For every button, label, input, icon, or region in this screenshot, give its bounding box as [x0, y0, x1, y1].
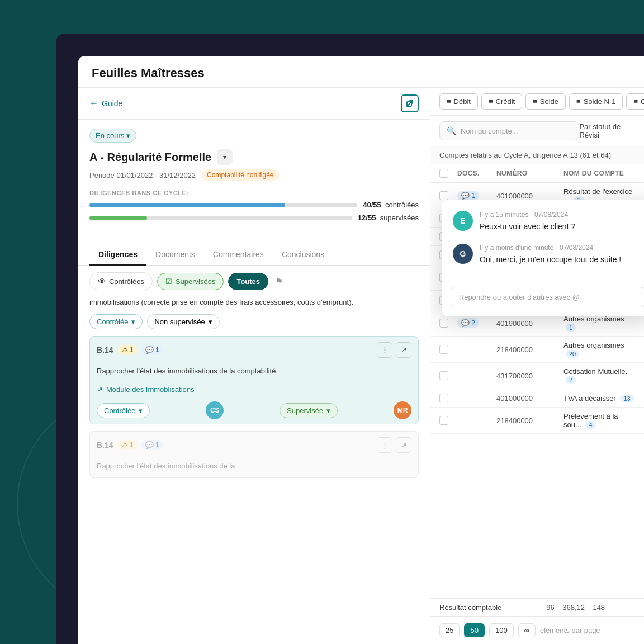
row-nom: Cotisation Mutuelle. 2: [564, 367, 635, 384]
supervised-progress-bar: [89, 216, 352, 220]
row-numero: 431700000: [496, 372, 564, 380]
avatar-group-2: MR: [394, 401, 411, 419]
module-link-1[interactable]: ↗ Module des Immoblisations: [90, 382, 418, 397]
external-link-icon: [406, 100, 414, 107]
tab-commentaires[interactable]: Commentaires: [204, 244, 273, 266]
tab-documents[interactable]: Documents: [146, 244, 204, 266]
row-checkbox[interactable]: [439, 416, 448, 425]
filter-chip-c[interactable]: ≡ C: [626, 93, 644, 110]
chat-input-placeholder: Répondre ou ajouter d'autres avec @: [459, 293, 580, 301]
guide-label: Guide: [102, 99, 122, 108]
chat-content-2: Il y a moins d'une minute - 07/08/2024 O…: [480, 244, 643, 266]
left-panel: ← Guide En cours ▾: [78, 88, 430, 644]
guide-link[interactable]: ← Guide: [89, 98, 122, 108]
par-statut-label: Par statut de Révisi: [579, 122, 635, 139]
search-input-wrap: 🔍: [439, 121, 579, 140]
filter-chip-solde-n1[interactable]: ≡ Solde N-1: [569, 93, 623, 110]
chat-messages: E Il y a 15 minutes - 07/08/2024 Peux-tu…: [442, 200, 644, 282]
resultat-vals: 96 368,12 148: [546, 603, 605, 612]
resultat-label: Résultat comptable: [439, 603, 501, 612]
cycle-title: A - Régularité Formelle: [89, 151, 211, 164]
comment-badge-2: 💬 1: [141, 440, 163, 450]
cycle-dropdown-button[interactable]: ▾: [217, 149, 233, 165]
row-numero: 401000000: [496, 192, 564, 200]
left-content-area: En cours ▾ A - Régularité Formelle ▾ Pér…: [78, 120, 430, 235]
card-id-2: B.14 ⚠ 1 💬 1: [97, 440, 163, 450]
right-panel: ≡ Débit ≡ Crédit ≡ Solde ≡ Solde N-1: [430, 88, 644, 644]
filter-icon: ≡: [489, 97, 493, 106]
comment-badge-1: 💬 1: [141, 345, 163, 355]
chat-message-2: G Il y a moins d'une minute - 07/08/2024…: [453, 244, 643, 266]
guide-bar: ← Guide: [78, 88, 430, 120]
row-nom: TVA à décaisser 13: [564, 394, 635, 402]
filter-icon: ≡: [633, 97, 638, 106]
th-check: [439, 169, 457, 178]
card-supervisee-select[interactable]: Supervisée ▾: [280, 403, 338, 418]
chevron-down-icon: ▾: [126, 131, 130, 140]
controlled-progress-bar: [89, 203, 357, 207]
th-numero: NUMÉRO: [496, 169, 564, 177]
table-row[interactable]: 401000000 TVA à décaisser 13: [430, 389, 644, 408]
non-supervisee-select[interactable]: Non supervisée ▾: [147, 314, 219, 329]
period-row: Période 01/01/2022 - 31/12/2022 Comptabi…: [89, 169, 419, 181]
chat-meta-2: Il y a moins d'une minute - 07/08/2024: [480, 244, 643, 252]
period-label: Période 01/01/2022 - 31/12/2022: [89, 171, 196, 179]
filter-supervisees-button[interactable]: ☑ Supervisées: [157, 273, 224, 290]
table-row[interactable]: 218400000 Prélèvement à la sou... 4: [430, 408, 644, 434]
supervisees-icon: ☑: [165, 277, 172, 286]
controllee-select[interactable]: Contrôlée ▾: [89, 314, 143, 329]
tabs-row: Diligences Documents Commentaires Conclu…: [78, 244, 430, 266]
row-checkbox[interactable]: [439, 371, 448, 380]
chat-input-wrap[interactable]: Répondre ou ajouter d'autres avec @: [451, 287, 644, 307]
filter-icon: ≡: [576, 97, 581, 106]
card-header-1: B.14 ⚠ 1 💬 1 ⋮ ↗: [90, 337, 418, 363]
row-checkbox[interactable]: [439, 319, 448, 328]
filter-chip-credit[interactable]: ≡ Crédit: [481, 93, 522, 110]
inline-description-text: immobilisations (correcte prise en compt…: [78, 297, 430, 314]
card-more-button-2[interactable]: ⋮: [377, 437, 392, 453]
flag-button[interactable]: ⚑: [273, 274, 285, 289]
compta-badge: Comptabilité non figée: [201, 169, 279, 181]
filter-chip-solde[interactable]: ≡ Solde: [525, 93, 566, 110]
th-nom-compte: NOM DU COMPTE: [564, 169, 635, 177]
status-badge[interactable]: En cours ▾: [89, 129, 136, 143]
alert-badge-2: ⚠ 1: [118, 440, 138, 450]
chat-content-1: Il y a 15 minutes - 07/08/2024 Peux-tu v…: [480, 211, 643, 233]
table-row[interactable]: 218400000 Autres organismes 20: [430, 337, 644, 363]
card-external-button-1[interactable]: ↗: [396, 342, 411, 358]
page-size-infinity[interactable]: ∞: [518, 623, 536, 637]
back-arrow-icon: ←: [89, 98, 98, 108]
filter-toutes-button[interactable]: Toutes: [228, 273, 268, 290]
select-all-checkbox[interactable]: [439, 169, 448, 178]
app-title: Feuilles Maîtresses: [92, 66, 631, 80]
card-controllee-select[interactable]: Contrôlée ▾: [97, 403, 150, 418]
alert-badge-1: ⚠ 1: [118, 345, 138, 355]
filter-row: 👁 Contrôlées ☑ Supervisées Toutes ⚑: [78, 266, 430, 297]
chat-meta-1: Il y a 15 minutes - 07/08/2024: [480, 211, 643, 219]
cycle-title-row: A - Régularité Formelle ▾: [89, 149, 419, 165]
row-checkbox[interactable]: [439, 345, 448, 354]
tab-diligences[interactable]: Diligences: [89, 244, 146, 266]
top-bar: Feuilles Maîtresses: [78, 56, 644, 88]
row-checkbox[interactable]: [439, 394, 448, 402]
page-size-100[interactable]: 100: [489, 623, 514, 637]
filter-chip-debit[interactable]: ≡ Débit: [439, 93, 478, 110]
page-size-50[interactable]: 50: [464, 623, 484, 637]
card-external-button-2[interactable]: ↗: [396, 437, 411, 453]
row-checkbox[interactable]: [439, 191, 448, 200]
avatar-mr: MR: [394, 401, 411, 419]
filter-controlees-button[interactable]: 👁 Contrôlées: [89, 272, 153, 290]
card-actions-2: ⋮ ↗: [377, 437, 411, 453]
external-link-button[interactable]: [401, 94, 419, 112]
search-input[interactable]: [461, 127, 572, 135]
search-icon: 🔍: [447, 126, 456, 135]
chevron-down-icon: ▾: [139, 406, 143, 415]
card-body-1: Rapprocher l'état des immobilisations de…: [90, 363, 418, 382]
table-row[interactable]: 431700000 Cotisation Mutuelle. 2: [430, 363, 644, 389]
card-more-button-1[interactable]: ⋮: [377, 342, 392, 358]
page-size-25[interactable]: 25: [439, 623, 460, 637]
controlled-progress-row: 40/55 contrôlées: [89, 201, 419, 209]
card-id-1: B.14 ⚠ 1 💬 1: [97, 345, 163, 355]
eye-icon: 👁: [98, 277, 106, 286]
tab-conclusions[interactable]: Conclusions: [273, 244, 333, 266]
